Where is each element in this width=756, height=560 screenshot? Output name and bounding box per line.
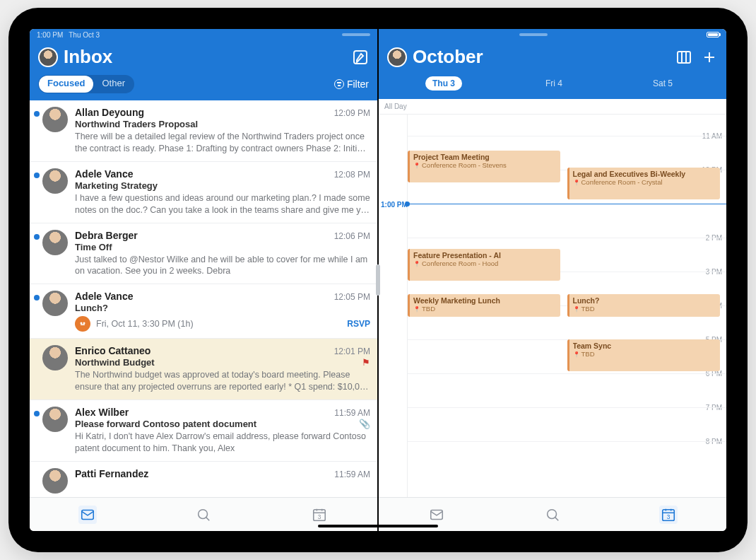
mail-item[interactable]: Adele Vance12:05 PM Lunch? Fri, Oct 11, … (30, 284, 377, 339)
hour-line (408, 373, 726, 374)
preview: There will be a detailed legal review of… (75, 131, 370, 155)
split-handle-icon[interactable] (376, 264, 380, 296)
tab-mail-icon[interactable] (427, 506, 446, 524)
event-location: 📍TBD (573, 350, 716, 358)
status-time: 1:00 PM (37, 31, 63, 39)
subject: Northwind Traders Proposal (75, 119, 370, 129)
tab-other[interactable]: Other (93, 76, 134, 93)
unread-dot (34, 234, 40, 240)
location-pin-icon: 📍 (573, 351, 580, 358)
event-location: 📍Conference Room - Crystal (573, 178, 716, 186)
subject: Lunch? (75, 303, 370, 313)
split-divider[interactable] (377, 29, 379, 531)
calendar-event[interactable]: Weekly Marketing Lunch📍TBD (408, 294, 560, 317)
multitask-grabber[interactable] (519, 33, 548, 36)
calendar-title: October (413, 46, 483, 68)
unread-dot (34, 111, 40, 117)
hour-line (408, 441, 726, 442)
mail-item[interactable]: Patti Fernandez11:59 AM (30, 462, 377, 497)
svg-point-10 (548, 509, 557, 518)
filter-button[interactable]: Filter (334, 78, 369, 90)
tab-search-icon[interactable] (543, 506, 562, 524)
schedule-grid[interactable]: 11 AM12 PM2 PM3 PM4 PM5 PM6 PM7 PM8 PM 1… (379, 115, 726, 497)
location-pin-icon: 📍 (573, 180, 580, 186)
screen: 1:00 PM Thu Oct 3 Inbox Focused Other (30, 29, 726, 531)
sender: Adele Vance (75, 291, 134, 302)
filter-icon (334, 79, 344, 89)
mail-time: 12:09 PM (334, 108, 370, 118)
mail-list[interactable]: Allan Deyoung12:09 PM Northwind Traders … (30, 100, 377, 497)
invite-datetime: Fri, Oct 11, 3:30 PM (1h) (96, 319, 194, 329)
ipad-frame: 1:00 PM Thu Oct 3 Inbox Focused Other (8, 8, 748, 552)
account-avatar[interactable] (387, 47, 407, 67)
now-label: 1:00 PM (381, 201, 408, 209)
svg-text:3: 3 (667, 513, 671, 520)
mail-item[interactable]: Enrico Cattaneo12:01 PM Northwind Budget… (30, 339, 377, 400)
event-location: 📍Conference Room - Hood (413, 259, 557, 267)
new-event-button[interactable] (701, 49, 718, 66)
mail-item[interactable]: Debra Berger12:06 PM Time Off Just talke… (30, 223, 377, 285)
subject: Time Off (75, 242, 370, 252)
calendar-event[interactable]: Legal and Executives Bi-Weekly📍Conferenc… (567, 168, 720, 199)
inbox-tab-group: Focused Other (38, 75, 134, 93)
day-chip[interactable]: Fri 4 (538, 76, 569, 91)
svg-point-5 (199, 509, 208, 518)
event-title: Project Team Meeting (413, 153, 557, 161)
tab-mail-icon[interactable] (78, 506, 97, 524)
day-chip[interactable]: Thu 3 (425, 76, 462, 91)
mail-item[interactable]: Alex Wilber11:59 AM Please forward Conto… (30, 400, 377, 462)
sender-avatar (42, 107, 68, 132)
status-date: Thu Oct 3 (69, 31, 100, 39)
event-title: Team Sync (573, 342, 716, 350)
account-avatar[interactable] (38, 47, 58, 67)
preview: The Northwind budget was approved at tod… (75, 369, 370, 393)
multitask-grabber[interactable] (342, 33, 370, 36)
tab-focused[interactable]: Focused (39, 76, 93, 93)
sender: Debra Berger (75, 230, 138, 241)
sender: Patti Fernandez (75, 468, 148, 479)
view-toggle-button[interactable] (675, 49, 692, 66)
sender: Allan Deyoung (75, 107, 144, 118)
subject: Northwind Budget (75, 357, 155, 368)
subject: Marketing Strategy (75, 180, 370, 191)
calendar-event[interactable]: Lunch?📍TBD (567, 294, 720, 317)
calendar-header: October Thu 3 Fri 4 Sat 5 (379, 40, 726, 99)
sender-avatar (42, 230, 68, 255)
calendar-event[interactable]: Project Team Meeting📍Conference Room - S… (408, 151, 560, 182)
filter-label: Filter (347, 78, 369, 90)
tab-search-icon[interactable] (194, 506, 213, 524)
unread-dot (34, 295, 40, 301)
statusbar-right (379, 29, 726, 40)
calendar-event[interactable]: Team Sync📍TBD (567, 339, 720, 371)
preview: I have a few questions and ideas around … (75, 192, 370, 216)
mail-item[interactable]: Allan Deyoung12:09 PM Northwind Traders … (30, 100, 377, 162)
sender-avatar (42, 168, 68, 194)
preview: Just talked to @Nestor Wilke and he will… (75, 254, 370, 278)
rsvp-button[interactable]: RSVP (347, 319, 370, 329)
location-pin-icon: 📍 (413, 261, 420, 267)
tab-calendar-icon[interactable]: 3 (659, 506, 678, 524)
calendar-event[interactable]: Feature Presentation - AI📍Conference Roo… (408, 249, 560, 281)
sender-avatar (42, 468, 68, 494)
day-chip[interactable]: Sat 5 (646, 76, 680, 91)
event-location: 📍TBD (413, 305, 557, 313)
calendar-body: All Day 11 AM12 PM2 PM3 PM4 PM5 PM6 PM7 … (379, 99, 726, 497)
event-location: 📍Conference Room - Stevens (413, 161, 557, 169)
preview: Hi Katri, I don't have Alex Darrow's ema… (75, 431, 370, 455)
mail-time: 12:01 PM (334, 346, 370, 356)
mail-time: 12:05 PM (334, 292, 370, 302)
hour-line (408, 136, 726, 136)
mail-item[interactable]: Adele Vance12:08 PM Marketing Strategy I… (30, 162, 377, 223)
mail-header: Inbox Focused Other Filter (30, 40, 377, 100)
hour-column: 11 AM12 PM2 PM3 PM4 PM5 PM6 PM7 PM8 PM (379, 115, 407, 497)
compose-button[interactable] (352, 49, 369, 66)
allday-row[interactable]: All Day (379, 99, 726, 115)
tab-calendar-icon[interactable]: 3 (310, 506, 329, 524)
event-title: Weekly Marketing Lunch (413, 296, 557, 305)
battery-icon (707, 32, 719, 37)
sender-avatar (42, 345, 68, 371)
day-selector: Thu 3 Fri 4 Sat 5 (387, 72, 718, 92)
event-grid[interactable]: 1:00 PMProject Team Meeting📍Conference R… (407, 115, 726, 497)
svg-rect-3 (81, 325, 85, 326)
sender: Adele Vance (75, 168, 134, 180)
